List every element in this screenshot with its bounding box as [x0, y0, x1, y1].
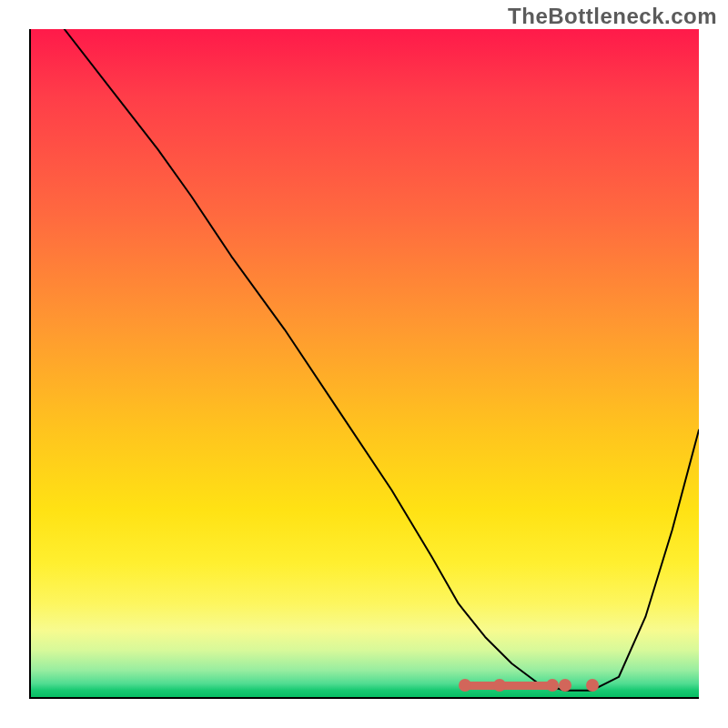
optimal-zone-bar [465, 682, 551, 690]
optimal-zone-markers [31, 679, 699, 692]
optimal-marker-start [459, 679, 471, 692]
plot-area [31, 29, 699, 697]
chart-frame [29, 29, 699, 699]
page-root: TheBottleneck.com [0, 0, 728, 728]
optimal-marker-gap [559, 679, 571, 692]
x-axis [29, 697, 699, 699]
optimal-marker-mid2 [546, 679, 559, 692]
watermark-text: TheBottleneck.com [508, 4, 717, 29]
curve-path [65, 29, 699, 691]
optimal-marker-end [586, 679, 599, 692]
bottleneck-curve [31, 29, 699, 697]
optimal-marker-mid1 [493, 679, 506, 692]
